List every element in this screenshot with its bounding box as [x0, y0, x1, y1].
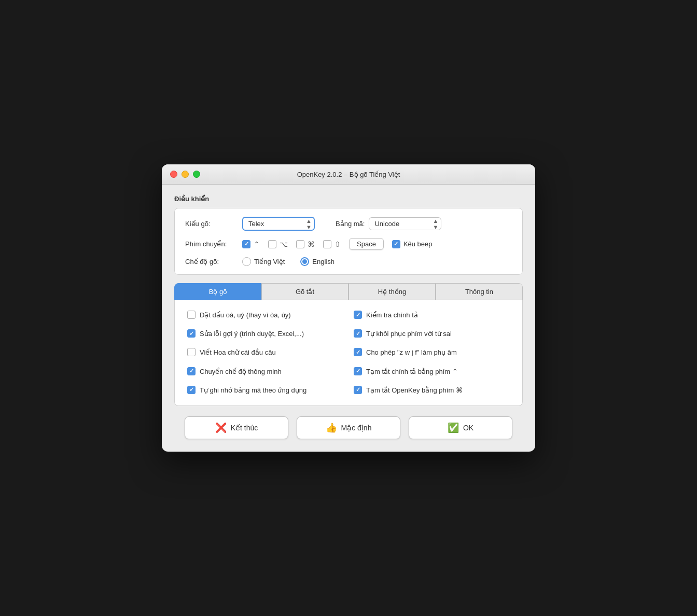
phim-item-shift: ⇧ [323, 240, 341, 248]
section-label: Điều khiển [174, 195, 523, 203]
phim-item-alt: ⌥ [268, 240, 288, 248]
che-do-go-row: Chế độ gõ: Tiếng Việt English [185, 257, 512, 266]
ket-thuc-button[interactable]: ❌ Kết thúc [185, 416, 288, 439]
options-panel: Đặt dấu oà, uý (thay vì òa, úy) Kiểm tra… [174, 300, 523, 406]
options-grid: Đặt dấu oà, uý (thay vì òa, úy) Kiểm tra… [187, 311, 510, 395]
phim-alt-checkbox[interactable] [268, 240, 276, 248]
option-dat-dau: Đặt dấu oà, uý (thay vì òa, úy) [187, 311, 343, 320]
tab-bar: Bộ gõ Gõ tắt Hệ thống Thông tin [174, 283, 523, 300]
tieng-viet-label: Tiếng Việt [254, 258, 285, 265]
option-tam-tat-openkey-checkbox[interactable] [354, 386, 362, 394]
minimize-button[interactable] [182, 171, 189, 178]
kieu-go-select[interactable]: Telex VNI VIQR [242, 217, 315, 231]
option-chuyen-che-do-text: Chuyển chế độ thông minh [200, 367, 282, 376]
english-label: English [312, 258, 334, 265]
kieu-go-select-wrapper: Telex VNI VIQR ▲▼ [242, 217, 315, 231]
traffic-lights [170, 171, 200, 178]
option-kiem-tra-text: Kiểm tra chính tả [366, 311, 418, 320]
option-cho-phep-checkbox[interactable] [354, 348, 362, 356]
bang-ma-group: Bảng mã: Unicode TCVN3 VNI ▲▼ [336, 217, 441, 230]
phim-chuyen-row: Phím chuyển: ⌃ ⌥ ⌘ [185, 238, 512, 250]
tab-bo-go[interactable]: Bộ gõ [174, 283, 261, 300]
bang-ma-select-wrapper: Unicode TCVN3 VNI ▲▼ [369, 217, 441, 230]
mac-dinh-label: Mặc định [341, 424, 372, 432]
space-button[interactable]: Space [349, 238, 384, 250]
option-tam-tat-chinh-ta-checkbox[interactable] [354, 367, 362, 375]
option-sua-loi-text: Sửa lỗi gợi ý (trình duyệt, Excel,...) [200, 329, 304, 339]
ok-button[interactable]: ✅ OK [409, 416, 512, 439]
phim-ctrl-key: ⌃ [254, 240, 260, 248]
option-dat-dau-checkbox[interactable] [187, 311, 196, 319]
phim-item-cmd: ⌘ [296, 240, 315, 248]
tieng-viet-radio[interactable] [242, 257, 251, 266]
tab-he-thong[interactable]: Hệ thống [348, 283, 436, 300]
phim-chuyen-label: Phím chuyển: [185, 240, 242, 248]
content-area: Điều khiển Kiểu gõ: Telex VNI VIQR ▲▼ [162, 185, 535, 452]
tab-go-tat[interactable]: Gõ tắt [261, 283, 348, 300]
tab-thong-tin[interactable]: Thông tin [436, 283, 523, 300]
phim-alt-key: ⌥ [280, 240, 288, 248]
phim-shift-key: ⇧ [334, 240, 341, 248]
option-sua-loi-checkbox[interactable] [187, 329, 196, 338]
kieu-go-row: Kiểu gõ: Telex VNI VIQR ▲▼ Bảng mã: [185, 217, 512, 231]
radio-group: Tiếng Việt English [242, 257, 334, 266]
keu-beep-item: Kêu beep [392, 240, 433, 248]
option-tam-tat-openkey: Tạm tắt OpenKey bằng phím ⌘ [354, 386, 510, 395]
option-viet-hoa: Viết Hoa chữ cái đầu câu [187, 348, 343, 357]
english-radio[interactable] [300, 257, 309, 266]
control-panel: Kiểu gõ: Telex VNI VIQR ▲▼ Bảng mã: [174, 208, 523, 275]
option-kiem-tra-checkbox[interactable] [354, 311, 362, 319]
phim-ctrl-checkbox[interactable] [242, 240, 250, 248]
window-title: OpenKey 2.0.2 – Bộ gõ Tiếng Việt [297, 171, 400, 178]
option-tu-ghi-nho: Tự ghi nhớ bảng mã theo ứng dụng [187, 386, 343, 395]
option-sua-loi: Sửa lỗi gợi ý (trình duyệt, Excel,...) [187, 329, 343, 339]
keu-beep-label: Kêu beep [403, 240, 433, 248]
option-cho-phep: Cho phép "z w j f" làm phụ âm [354, 348, 510, 357]
main-window: OpenKey 2.0.2 – Bộ gõ Tiếng Việt Điều kh… [162, 164, 535, 452]
kieu-go-label: Kiểu gõ: [185, 220, 242, 228]
phim-item-ctrl: ⌃ [242, 240, 260, 248]
close-button[interactable] [170, 171, 177, 178]
keu-beep-checkbox[interactable] [392, 240, 400, 248]
option-dat-dau-text: Đặt dấu oà, uý (thay vì òa, úy) [200, 311, 291, 320]
option-tu-khoi-phuc-text: Tự khôi phục phím với từ sai [366, 329, 452, 339]
maximize-button[interactable] [193, 171, 200, 178]
phim-cmd-checkbox[interactable] [296, 240, 304, 248]
option-chuyen-che-do-checkbox[interactable] [187, 367, 196, 375]
option-tu-ghi-nho-checkbox[interactable] [187, 386, 196, 394]
option-tu-khoi-phuc: Tự khôi phục phím với từ sai [354, 329, 510, 339]
phim-group: ⌃ ⌥ ⌘ ⇧ Space [242, 238, 433, 250]
option-viet-hoa-text: Viết Hoa chữ cái đầu câu [200, 348, 276, 357]
english-option[interactable]: English [300, 257, 334, 266]
phim-shift-checkbox[interactable] [323, 240, 331, 248]
option-tam-tat-chinh-ta: Tạm tắt chính tả bằng phím ⌃ [354, 367, 510, 376]
phim-cmd-key: ⌘ [308, 240, 315, 248]
option-tam-tat-openkey-text: Tạm tắt OpenKey bằng phím ⌘ [366, 386, 463, 395]
che-do-go-label: Chế độ gõ: [185, 258, 242, 265]
ok-icon: ✅ [448, 422, 459, 433]
ok-label: OK [463, 424, 473, 432]
option-kiem-tra: Kiểm tra chính tả [354, 311, 510, 320]
option-chuyen-che-do: Chuyển chế độ thông minh [187, 367, 343, 376]
bang-ma-label: Bảng mã: [336, 220, 365, 228]
ket-thuc-icon: ❌ [215, 422, 227, 433]
option-cho-phep-text: Cho phép "z w j f" làm phụ âm [366, 348, 457, 357]
tieng-viet-option[interactable]: Tiếng Việt [242, 257, 285, 266]
mac-dinh-button[interactable]: 👍 Mặc định [297, 416, 400, 439]
bang-ma-select[interactable]: Unicode TCVN3 VNI [369, 217, 441, 230]
option-tu-ghi-nho-text: Tự ghi nhớ bảng mã theo ứng dụng [200, 386, 306, 395]
option-viet-hoa-checkbox[interactable] [187, 348, 196, 356]
mac-dinh-icon: 👍 [326, 422, 337, 433]
bottom-buttons: ❌ Kết thúc 👍 Mặc định ✅ OK [174, 416, 523, 439]
option-tam-tat-chinh-ta-text: Tạm tắt chính tả bằng phím ⌃ [366, 367, 458, 376]
ket-thuc-label: Kết thúc [231, 424, 258, 432]
option-tu-khoi-phuc-checkbox[interactable] [354, 329, 362, 338]
title-bar: OpenKey 2.0.2 – Bộ gõ Tiếng Việt [162, 164, 535, 185]
